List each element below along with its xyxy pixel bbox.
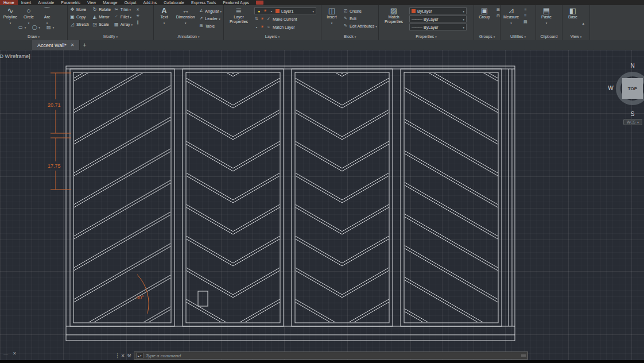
panel-label-block[interactable]: Block	[321, 34, 378, 40]
apps-icon[interactable]	[256, 1, 263, 5]
dash-icon[interactable]: —	[3, 351, 8, 356]
quick-select-icon[interactable]: ≡	[522, 7, 528, 11]
make-current-button[interactable]: ⇅ ☀ ✓ Make Current	[254, 16, 319, 22]
close-icon[interactable]: ✕	[13, 351, 17, 356]
create-block-button[interactable]: ◰Create	[343, 7, 377, 14]
ribbon-panel-annotation: A Text ↔ Dimension ∠Angular ↗Leader ⊞Tab…	[154, 5, 224, 40]
base-button[interactable]: ◧ Base	[564, 6, 581, 33]
insert-button[interactable]: ◫ Insert	[323, 6, 340, 33]
new-drawing-tab-button[interactable]: +	[80, 40, 89, 50]
close-icon[interactable]: ✕	[121, 353, 125, 358]
angular-button[interactable]: ∠Angular	[198, 7, 222, 14]
caret-down-icon	[580, 35, 582, 38]
quick-calc-icon[interactable]: ▤	[522, 20, 528, 24]
mirror-icon: ◭	[92, 14, 98, 20]
caret-down-icon	[219, 17, 220, 20]
layer-tool-icon: ☀	[260, 25, 265, 29]
caret-down-icon	[130, 16, 132, 18]
scale-button[interactable]: ◲Scale	[92, 21, 111, 28]
menu-tab-view[interactable]: View	[84, 0, 99, 5]
panel-label-clipboard[interactable]: Clipboard	[536, 34, 562, 40]
grip-icon[interactable]: ┆	[116, 353, 119, 358]
trim-button[interactable]: ✂Trim	[114, 6, 133, 13]
panel-label-layers[interactable]: Layers	[224, 34, 321, 40]
viewcube-top-face[interactable]: TOP	[622, 78, 643, 99]
menu-tab-output[interactable]: Output	[121, 0, 139, 5]
caret-down-icon	[131, 23, 133, 26]
ellipse-button[interactable]: ◯	[32, 24, 40, 30]
rectangle-button[interactable]: ▭	[18, 24, 26, 30]
arc-button[interactable]: ⌒ Arc	[38, 6, 56, 23]
panel-label-draw[interactable]: Draw	[0, 34, 67, 40]
panel-label-utilities[interactable]: Utilities	[501, 34, 536, 40]
id-point-icon[interactable]: ⌗	[522, 13, 528, 18]
mirror-button[interactable]: ◭Mirror	[92, 13, 111, 20]
angular-icon: ∠	[198, 9, 204, 13]
match-layer-button[interactable]: ▪ ☀ ≈ Match Layer	[254, 24, 319, 30]
layer-properties-button[interactable]: ≣ Layer Properties	[226, 6, 252, 33]
lineweight-icon: ———	[412, 17, 422, 21]
command-input[interactable]	[146, 353, 519, 358]
measure-button[interactable]: ⊿ Measure	[502, 6, 520, 33]
match-properties-button[interactable]: ▨ Match Properties	[381, 6, 407, 33]
menu-tab-collaborate[interactable]: Collaborate	[160, 0, 188, 5]
viewcube-west[interactable]: W	[607, 85, 615, 91]
close-icon[interactable]: ✕	[71, 43, 75, 48]
command-input-wrap[interactable]: ▸	[134, 352, 528, 360]
viewcube-south[interactable]: S	[606, 111, 644, 117]
leader-icon: ↗	[198, 16, 204, 21]
edit-block-button[interactable]: ✎Edit	[343, 15, 377, 22]
panel-label-modify[interactable]: Modify	[68, 34, 153, 40]
copy-button[interactable]: ▣Copy	[69, 13, 89, 20]
chevron-panels	[70, 50, 502, 360]
polyline-button[interactable]: ∿ Polyline	[2, 6, 19, 23]
menu-tab-insert[interactable]: Insert	[18, 0, 35, 5]
paste-button[interactable]: ▤ Paste	[538, 6, 555, 33]
drawing-area[interactable]: [2D Wireframe] 20.71 17.75 30°	[0, 50, 644, 360]
viewcube-north[interactable]: N	[606, 63, 644, 69]
text-icon: A	[161, 6, 166, 15]
menu-tab-manage[interactable]: Manage	[99, 0, 121, 5]
fillet-button[interactable]: ◜Fillet	[114, 13, 133, 20]
accent-wall-drawing[interactable]: 20.71 17.75 30°	[0, 50, 644, 360]
array-button[interactable]: ▦Array	[114, 21, 133, 28]
color-select[interactable]: ByLayer	[409, 7, 467, 14]
command-scroll-handle[interactable]	[521, 354, 526, 357]
panel-label-groups[interactable]: Groups	[474, 34, 500, 40]
lineweight-select[interactable]: ——— ByLayer	[409, 16, 467, 22]
leader-button[interactable]: ↗Leader	[198, 15, 222, 22]
erase-icon[interactable]: ✕	[135, 7, 141, 12]
explode-icon[interactable]: ✳	[135, 14, 141, 18]
dimension-button[interactable]: ↔ Dimension	[175, 6, 196, 33]
rotate-button[interactable]: ↻Rotate	[92, 6, 111, 13]
dimension-icon: ↔	[182, 6, 189, 15]
offset-icon[interactable]: ∥	[135, 20, 141, 25]
menu-tab-home[interactable]: Home	[0, 0, 18, 5]
circle-button[interactable]: ○ Circle	[20, 6, 37, 23]
panel-label-view[interactable]: View	[562, 34, 589, 40]
dimension-angle-text: 30°	[136, 295, 144, 300]
move-icon: ✥	[69, 7, 75, 12]
command-prompt-icon[interactable]: ▸	[136, 353, 143, 358]
viewcube[interactable]: N TOP W S	[606, 63, 644, 120]
edit-attributes-button[interactable]: ✎Edit Attributes	[343, 22, 377, 29]
menu-tab-featured-apps[interactable]: Featured Apps	[219, 0, 253, 5]
group-button[interactable]: ▣ Group	[476, 6, 493, 33]
layer-select[interactable]: ● ☀ ▪ Layer1	[254, 7, 316, 14]
menu-tab-annotate[interactable]: Annotate	[34, 0, 57, 5]
linetype-select[interactable]: ——— ByLayer	[409, 24, 467, 30]
panel-label-properties[interactable]: Properties	[379, 34, 474, 40]
menu-tab-express-tools[interactable]: Express Tools	[188, 0, 219, 5]
wcs-selector[interactable]: WCS	[623, 119, 642, 125]
text-button[interactable]: A Text	[156, 6, 173, 33]
panel-label-annotation[interactable]: Annotation	[154, 34, 223, 40]
stretch-button[interactable]: ◿Stretch	[69, 21, 89, 28]
menu-tab-parametric[interactable]: Parametric	[57, 0, 84, 5]
customize-wrench-icon[interactable]: ⚒	[127, 353, 131, 358]
table-button[interactable]: ⊞Table	[198, 22, 222, 29]
move-button[interactable]: ✥Move	[69, 6, 89, 13]
hatch-button[interactable]: ▨	[46, 24, 55, 30]
ribbon-collapse-icon[interactable]: ▴	[582, 21, 584, 26]
menu-tab-addins[interactable]: Add-ins	[139, 0, 160, 5]
drawing-tab-accent-wall[interactable]: Accent Wall* ✕	[32, 40, 80, 50]
